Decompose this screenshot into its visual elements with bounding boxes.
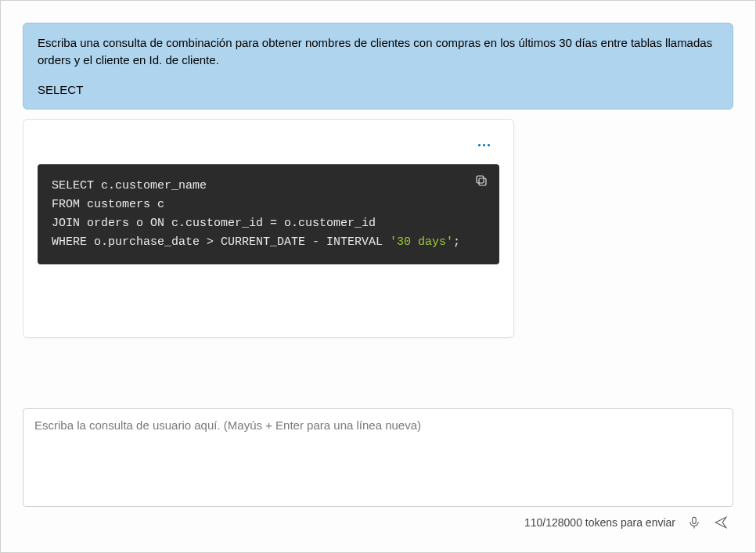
code-line-1: SELECT c.customer_name	[52, 179, 207, 192]
code-line-2: FROM customers c	[52, 198, 164, 211]
code-line-4-suffix: ;	[453, 235, 460, 249]
code-line-3: JOIN orders o ON c.customer_id = o.custo…	[52, 217, 376, 230]
user-message-text: Escriba una consulta de combinación para…	[38, 34, 718, 69]
svg-rect-0	[479, 178, 486, 185]
assistant-message-bubble: ... SELECT c.customer_name FROM customer…	[23, 119, 514, 338]
user-message-extra: SELECT	[38, 81, 718, 99]
token-status: 110/128000 tokens para enviar	[524, 516, 675, 529]
code-line-4-prefix: WHERE o.purchase_date > CURRENT_DATE - I…	[52, 235, 390, 249]
chat-area: Escriba una consulta de combinación para…	[23, 23, 733, 394]
mic-icon[interactable]	[686, 515, 702, 530]
send-icon[interactable]	[713, 515, 729, 530]
footer-row: 110/128000 tokens para enviar	[23, 507, 733, 530]
app-frame: Escriba una consulta de combinación para…	[0, 0, 756, 553]
input-card	[23, 408, 733, 507]
code-line-4-literal: '30 days'	[390, 235, 453, 249]
sql-code-block: SELECT c.customer_name FROM customers c …	[38, 164, 499, 264]
svg-rect-2	[693, 517, 697, 523]
copy-icon[interactable]	[473, 172, 490, 189]
svg-rect-1	[477, 176, 484, 183]
user-message-bubble: Escriba una consulta de combinación para…	[23, 23, 733, 110]
query-input[interactable]	[34, 418, 722, 497]
more-options-button[interactable]: ...	[473, 131, 496, 153]
